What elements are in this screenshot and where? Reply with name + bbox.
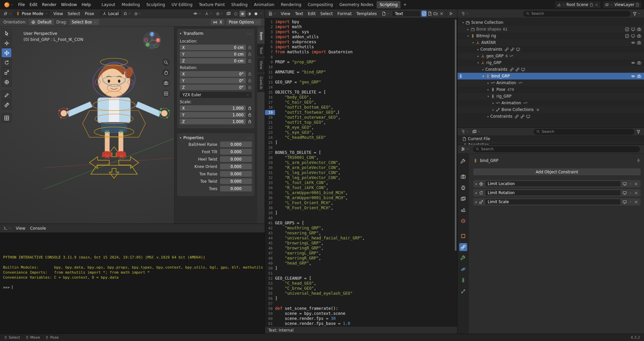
workspace-tab-texture-paint[interactable]: Texture Paint — [196, 1, 228, 8]
register-checkbox[interactable] — [421, 10, 426, 17]
transform-field-z[interactable]: Z0° — [180, 84, 246, 90]
rotation-mode-dropdown[interactable]: YZX Euler — [180, 92, 252, 98]
check-toggle[interactable] — [625, 34, 629, 38]
text-editor-menu-format[interactable]: Format — [335, 11, 354, 17]
properties-tab-object[interactable] — [459, 232, 467, 240]
constraint-delete-button[interactable] — [634, 182, 638, 186]
code-line[interactable]: 16 "body_GEO", — [265, 95, 457, 100]
console-prompt[interactable]: >>> — [3, 285, 265, 290]
expand-arrow[interactable]: ▾ — [461, 21, 465, 24]
camera-toggle[interactable] — [637, 41, 641, 45]
new-scene-icon[interactable] — [590, 3, 593, 7]
code-line[interactable]: 37 "L_Foot_Orient_MCH", — [265, 201, 457, 206]
code-line[interactable]: 53 "C_head_GEO", — [265, 281, 457, 286]
code-line[interactable]: 58def set_scene_framerate(): — [265, 306, 457, 311]
property-field-toe-twist[interactable]: 0.000 — [220, 178, 252, 184]
extra-tool[interactable] — [2, 113, 11, 122]
mirror-x-toggle[interactable]: X — [211, 19, 224, 25]
expand-arrow[interactable]: ▸ — [491, 102, 495, 105]
code-line[interactable]: 1import bpy — [265, 19, 457, 24]
properties-tab-modifiers[interactable] — [459, 254, 467, 262]
outliner-row-rig-grp[interactable]: ▾rig_GRP — [458, 59, 644, 66]
expand-arrow[interactable]: ▾ — [486, 95, 490, 98]
code-line[interactable]: 52GEO_CLEANUP = [ — [265, 276, 457, 281]
constraint-limit-location[interactable]: ▸Limit Location — [473, 180, 641, 187]
expand-arrow[interactable]: ▾ — [481, 75, 485, 78]
unlink-scene-icon[interactable] — [595, 3, 598, 7]
outliner-row-pose[interactable]: ▸Pose478 — [458, 86, 644, 93]
outliner-row-rig-grp[interactable]: ▾rig_GRP — [458, 93, 644, 100]
viewport-menu-view[interactable]: View — [51, 11, 65, 17]
expand-arrow[interactable]: ▸ — [486, 81, 490, 84]
expand-arrow[interactable]: ▸ — [476, 182, 477, 185]
properties-search-input[interactable]: Search — [473, 146, 640, 152]
new-view-layer-icon[interactable] — [636, 3, 639, 7]
code-line[interactable]: 44 "universal_head_facial_hair_GRP", — [265, 236, 457, 241]
editor-type-button[interactable] — [460, 129, 470, 134]
code-line[interactable]: 17 "C_hair_GEO", — [265, 100, 457, 105]
scene-selector[interactable]: Root Scene — [555, 1, 600, 8]
code-line[interactable]: 28 "TRS0001_CON", — [265, 155, 457, 160]
workspace-tab-sculpting[interactable]: Sculpting — [143, 1, 168, 8]
constraint-extras-dropdown[interactable] — [629, 201, 632, 204]
workspace-tab-uv-editing[interactable]: UV Editing — [168, 1, 196, 8]
outliner-row-bone-shapes[interactable]: ▸Bone shapes61 — [458, 26, 644, 33]
code-area[interactable]: 1import bpy2import math3import os, sys4i… — [265, 18, 457, 326]
constraint-delete-button[interactable] — [634, 200, 638, 204]
properties-tab-tool[interactable] — [459, 158, 467, 166]
menu-render[interactable]: Render — [40, 2, 59, 8]
text-editor-menu-edit[interactable]: Edit — [306, 11, 318, 17]
workspace-tab-geometry-nodes[interactable]: Geometry Nodes — [336, 1, 377, 8]
transform-panel-header[interactable]: ▾ Transform ∷∷ — [180, 30, 252, 37]
expand-arrow[interactable]: ▸ — [476, 55, 480, 58]
code-line[interactable]: 54 "C_brow_GEO", — [265, 286, 457, 291]
navigation-gizmo[interactable]: Z X — [142, 31, 162, 50]
menu-window[interactable]: Window — [59, 2, 79, 8]
properties-panel-header[interactable]: ▾ Properties ∷∷ — [180, 134, 252, 141]
code-line[interactable]: 50] — [265, 266, 457, 271]
expand-arrow[interactable]: ▸ — [476, 191, 477, 194]
code-line[interactable]: 40 — [265, 216, 457, 221]
code-line[interactable]: 61 scene.render.fps_base = 1.0 — [265, 321, 457, 326]
transform-field-y[interactable]: Y0 cm — [180, 51, 246, 57]
pin-icon[interactable] — [636, 159, 641, 163]
constraint-limit-scale[interactable]: ▸Limit Scale — [473, 198, 641, 206]
fileblock-row-current-file[interactable]: Current File — [458, 136, 644, 142]
code-line[interactable]: 57 — [265, 301, 457, 306]
shading-dropdown-icon[interactable] — [260, 12, 263, 15]
property-field-ball-heel-raise[interactable]: 0.000 — [220, 141, 252, 147]
transform-field-x[interactable]: X0 cm — [180, 45, 246, 50]
property-field-foot-tilt[interactable]: 0.000 — [220, 149, 252, 155]
code-line[interactable]: 15OBJECTS_TO_DELETE = [ — [265, 90, 457, 95]
outliner-row-bone-collections[interactable]: ▸Bone Collections — [458, 106, 644, 113]
code-line[interactable]: 2import math — [265, 24, 457, 30]
code-line[interactable]: 14 — [265, 85, 457, 90]
code-line[interactable]: 56] — [265, 296, 457, 301]
code-line[interactable]: 18 "outfit_bottom_GEO", — [265, 105, 457, 110]
outliner-filter-button[interactable] — [631, 11, 642, 16]
workspace-tab-compositing[interactable]: Compositing — [305, 1, 336, 8]
unlink-text-button[interactable] — [439, 10, 444, 17]
camera-toggle[interactable] — [637, 34, 641, 38]
text-editor-menu-view[interactable]: View — [278, 11, 292, 17]
code-line[interactable]: 33 "L_foot_ikFK_CON", — [265, 180, 457, 185]
constraint-enable-toggle[interactable] — [623, 182, 627, 186]
shading-wireframe-button[interactable]: ○ — [233, 11, 239, 17]
expand-arrow[interactable]: ▾ — [466, 35, 470, 38]
workspace-tab-animation[interactable]: Animation — [251, 1, 278, 8]
constraint-limit-rotation[interactable]: ▸Limit Rotation — [473, 189, 641, 196]
code-line[interactable]: 5import subprocess — [265, 40, 457, 45]
annotate-tool[interactable] — [2, 91, 11, 100]
constraint-name-field[interactable]: Limit Rotation — [485, 190, 621, 195]
code-line[interactable]: 12 — [265, 75, 457, 80]
constraint-extras-dropdown[interactable] — [629, 191, 632, 194]
outliner-row-animation[interactable]: ▸Animation — [458, 100, 644, 106]
transform-field-y[interactable]: Y1.000 — [180, 112, 246, 118]
property-field-toes[interactable]: 0.000 — [220, 186, 252, 191]
view-layer-selector[interactable]: ViewLayer — [603, 1, 641, 8]
move-tool[interactable] — [2, 48, 11, 57]
cursor-tool[interactable] — [2, 39, 11, 48]
toggle-xray-button[interactable] — [225, 11, 232, 16]
monitor-toggle[interactable] — [631, 34, 635, 38]
code-line[interactable]: 55 "universal_head_eyelash_GEO" — [265, 291, 457, 296]
